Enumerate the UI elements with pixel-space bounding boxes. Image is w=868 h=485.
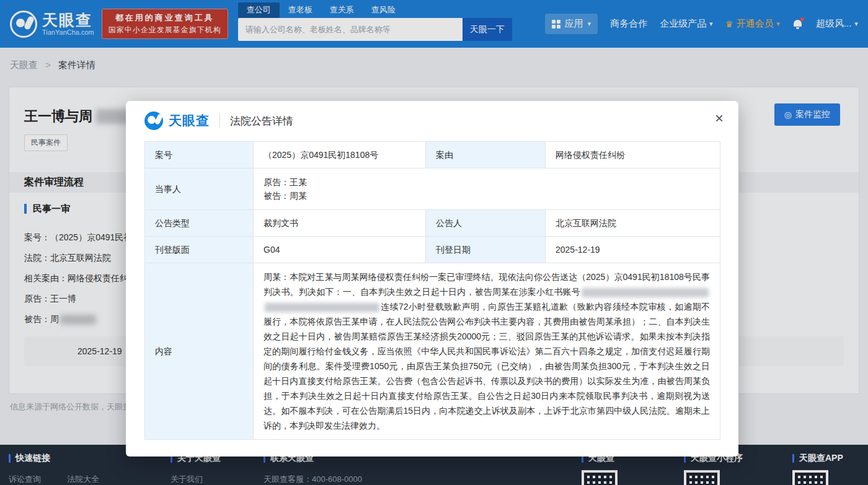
- modal-brand-name: 天眼查: [169, 112, 210, 129]
- announcement-table: 案号 （2025）京0491民初18108号 案由 网络侵权责任纠纷 当事人 原…: [144, 141, 720, 440]
- case-no-label: 案号: [145, 142, 254, 168]
- modal-header: 天眼查 法院公告详情 ×: [126, 101, 738, 136]
- cause-value: 网络侵权责任纠纷: [546, 142, 720, 168]
- content-value: 周某：本院对王某与周某网络侵权责任纠纷一案已审理终结。现依法向你公告送达（202…: [254, 263, 720, 440]
- tianyancha-eye-icon: [144, 111, 163, 130]
- modal-title: 法院公告详情: [230, 114, 293, 128]
- party-value: 原告：王某 被告：周某: [254, 168, 720, 210]
- party-label: 当事人: [145, 168, 254, 210]
- content-text-part2: 连续72小时登载致歉声明，向原告王某赔礼道歉（致歉内容须经本院审核，如逾期不履行…: [264, 302, 710, 430]
- announcer-label: 公告人: [426, 210, 546, 237]
- court-announcement-modal: 天眼查 法院公告详情 × 案号 （2025）京0491民初18108号 案由 网…: [126, 101, 738, 457]
- date-value: 2025-12-19: [546, 237, 720, 263]
- close-icon[interactable]: ×: [715, 111, 724, 126]
- party-defendant: 被告：周某: [264, 189, 710, 203]
- page-value: G04: [254, 237, 426, 263]
- case-no-value: （2025）京0491民初18108号: [254, 142, 426, 168]
- table-row: 内容 周某：本院对王某与周某网络侵权责任纠纷一案已审理终结。现依法向你公告送达（…: [145, 263, 720, 440]
- table-row: 刊登版面 G04 刊登日期 2025-12-19: [145, 237, 720, 263]
- table-row: 案号 （2025）京0491民初18108号 案由 网络侵权责任纠纷: [145, 142, 720, 168]
- table-row: 公告类型 裁判文书 公告人 北京互联网法院: [145, 210, 720, 237]
- type-label: 公告类型: [145, 210, 254, 237]
- redacted-account-blur: [265, 303, 379, 312]
- party-plaintiff: 原告：王某: [264, 175, 710, 189]
- type-value: 裁判文书: [254, 210, 426, 237]
- content-label: 内容: [145, 263, 254, 440]
- cause-label: 案由: [426, 142, 546, 168]
- redacted-account-blur: [582, 288, 709, 297]
- date-label: 刊登日期: [426, 237, 546, 263]
- divider: [219, 114, 220, 128]
- table-row: 当事人 原告：王某 被告：周某: [145, 168, 720, 210]
- page-label: 刊登版面: [145, 237, 254, 263]
- announcer-value: 北京互联网法院: [546, 210, 720, 237]
